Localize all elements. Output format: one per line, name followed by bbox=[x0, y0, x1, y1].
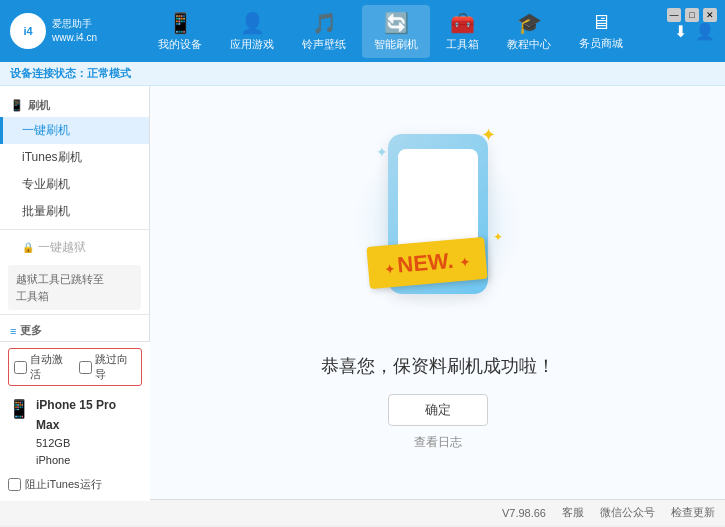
footer-check-update[interactable]: 检查更新 bbox=[671, 505, 715, 520]
flash-group-icon: 📱 bbox=[10, 99, 24, 112]
divider-1 bbox=[0, 229, 149, 230]
success-illustration: ✦ ✦ NEW. ✦ bbox=[348, 134, 528, 334]
sidebar: 📱 刷机 一键刷机 iTunes刷机 专业刷机 批量刷机 🔒 一键越狱 越狱工具… bbox=[0, 86, 150, 499]
divider-2 bbox=[0, 314, 149, 315]
app-icon: 👤 bbox=[240, 11, 265, 35]
sparkle-top-right: ✦ bbox=[481, 124, 496, 146]
device-icon: 📱 bbox=[168, 11, 193, 35]
sidebar-item-itunes-flash[interactable]: iTunes刷机 bbox=[0, 144, 149, 171]
header-right: ⬇ 👤 bbox=[674, 22, 715, 41]
user-button[interactable]: 👤 bbox=[695, 22, 715, 41]
more-group-icon: ≡ bbox=[10, 325, 16, 337]
sidebar-section-flash: 📱 刷机 一键刷机 iTunes刷机 专业刷机 批量刷机 bbox=[0, 94, 149, 225]
footer-wechat[interactable]: 微信公众号 bbox=[600, 505, 655, 520]
nav-app-game[interactable]: 👤 应用游戏 bbox=[218, 5, 286, 58]
status-bar: 设备连接状态：正常模式 bbox=[0, 62, 725, 86]
device-info: 📱 iPhone 15 Pro Max 512GB iPhone bbox=[8, 392, 142, 474]
log-link[interactable]: 查看日志 bbox=[414, 434, 462, 451]
auto-activate-area: 自动激活 跳过向导 bbox=[8, 348, 142, 386]
nav-bar: 📱 我的设备 👤 应用游戏 🎵 铃声壁纸 🔄 智能刷机 🧰 工具箱 🎓 教程中心… bbox=[117, 5, 664, 58]
nav-service[interactable]: 🖥 务员商城 bbox=[567, 5, 635, 57]
lock-icon: 🔒 bbox=[22, 242, 34, 253]
repair-notice: 越狱工具已跳转至工具箱 bbox=[8, 265, 141, 310]
flash-icon: 🔄 bbox=[384, 11, 409, 35]
footer-help[interactable]: 客服 bbox=[562, 505, 584, 520]
block-itunes-area: 阻止iTunes运行 bbox=[8, 474, 142, 495]
sidebar-item-batch-flash[interactable]: 批量刷机 bbox=[0, 198, 149, 225]
device-details: iPhone 15 Pro Max 512GB iPhone bbox=[36, 396, 142, 470]
auto-activate-label[interactable]: 自动激活 bbox=[14, 352, 71, 382]
nav-my-device[interactable]: 📱 我的设备 bbox=[146, 5, 214, 58]
main-content: ✦ ✦ NEW. ✦ 恭喜您，保资料刷机成功啦！ 确定 查看日志 bbox=[150, 86, 725, 499]
sidebar-item-onekey-flash[interactable]: 一键刷机 bbox=[0, 117, 149, 144]
tutorial-icon: 🎓 bbox=[517, 11, 542, 35]
logo-text: 爱思助手 www.i4.cn bbox=[52, 17, 97, 45]
time-guide-label[interactable]: 跳过向导 bbox=[79, 352, 136, 382]
ringtone-icon: 🎵 bbox=[312, 11, 337, 35]
download-button[interactable]: ⬇ bbox=[674, 22, 687, 41]
toolbox-icon: 🧰 bbox=[450, 11, 475, 35]
sidebar-group-more: ≡ 更多 bbox=[0, 319, 149, 342]
nav-smart-flash[interactable]: 🔄 智能刷机 bbox=[362, 5, 430, 58]
sidebar-item-jailbreak: 🔒 一键越狱 bbox=[0, 234, 149, 261]
device-phone-icon: 📱 bbox=[8, 398, 30, 420]
logo-area: i4 爱思助手 www.i4.cn bbox=[10, 13, 97, 49]
window-maximize-button[interactable]: □ bbox=[685, 8, 699, 22]
success-message: 恭喜您，保资料刷机成功啦！ bbox=[321, 354, 555, 378]
sidebar-section-jailbreak: 🔒 一键越狱 越狱工具已跳转至工具箱 bbox=[0, 234, 149, 310]
sidebar-bottom: 自动激活 跳过向导 📱 iPhone 15 Pro Max 512GB iPho… bbox=[0, 341, 150, 499]
nav-ringtone[interactable]: 🎵 铃声壁纸 bbox=[290, 5, 358, 58]
phone-graphic: ✦ ✦ NEW. ✦ bbox=[388, 134, 488, 294]
window-close-button[interactable]: ✕ bbox=[703, 8, 717, 22]
footer: V7.98.66 客服 微信公众号 检查更新 bbox=[0, 499, 725, 525]
nav-tutorial[interactable]: 🎓 教程中心 bbox=[495, 5, 563, 58]
confirm-button[interactable]: 确定 bbox=[388, 394, 488, 426]
sidebar-group-flash: 📱 刷机 bbox=[0, 94, 149, 117]
window-minimize-button[interactable]: — bbox=[667, 8, 681, 22]
block-itunes-checkbox[interactable] bbox=[8, 478, 21, 491]
sparkle-right: ✦ bbox=[493, 230, 503, 244]
nav-toolbox[interactable]: 🧰 工具箱 bbox=[434, 5, 491, 58]
main-area: 📱 刷机 一键刷机 iTunes刷机 专业刷机 批量刷机 🔒 一键越狱 越狱工具… bbox=[0, 86, 725, 499]
sparkle-top-left: ✦ bbox=[376, 144, 388, 160]
header: i4 爱思助手 www.i4.cn 📱 我的设备 👤 应用游戏 🎵 铃声壁纸 🔄… bbox=[0, 0, 725, 62]
new-badge: NEW. bbox=[366, 237, 487, 289]
time-guide-checkbox[interactable] bbox=[79, 361, 92, 374]
service-icon: 🖥 bbox=[591, 11, 611, 34]
logo-icon: i4 bbox=[10, 13, 46, 49]
auto-activate-checkbox[interactable] bbox=[14, 361, 27, 374]
sidebar-item-pro-flash[interactable]: 专业刷机 bbox=[0, 171, 149, 198]
